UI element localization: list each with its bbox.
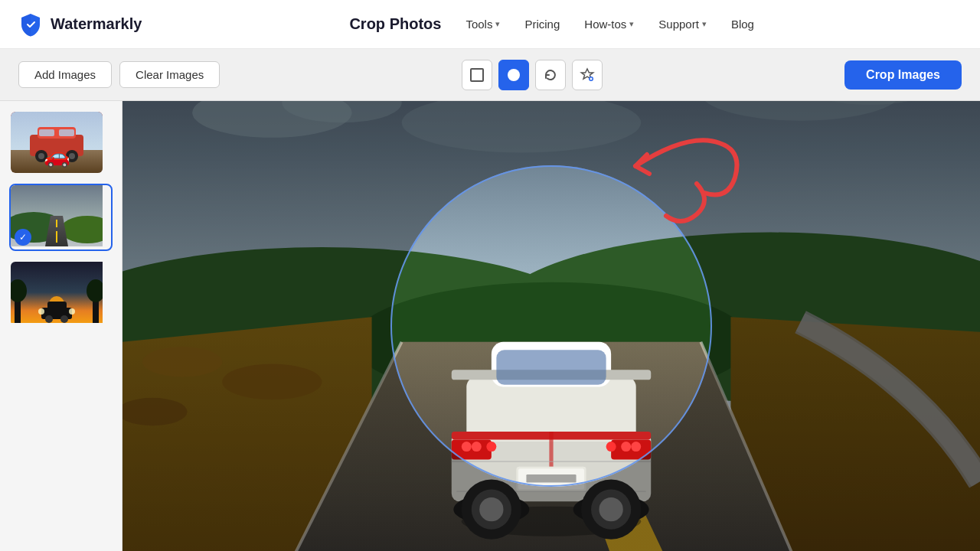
clear-images-button[interactable]: Clear Images: [119, 61, 220, 88]
circle-icon: [506, 67, 521, 83]
rotate-tool[interactable]: [535, 60, 566, 90]
nav-pricing[interactable]: Pricing: [524, 18, 560, 31]
square-icon: [469, 67, 485, 83]
svg-point-60: [472, 442, 482, 452]
svg-point-29: [69, 308, 75, 315]
toolbar: Add Images Clear Images: [0, 49, 980, 101]
thumbnail-2[interactable]: ✓: [9, 184, 113, 251]
svg-point-8: [38, 153, 44, 159]
shield-icon: [18, 12, 43, 37]
navbar: Watermarkly Crop Photos Tools ▾ Pricing …: [0, 0, 980, 49]
thumbnail-image-1: [11, 112, 103, 173]
selected-check-badge: ✓: [15, 229, 31, 246]
nav-active-title: Crop Photos: [349, 15, 441, 33]
nav-support[interactable]: Support ▾: [658, 18, 707, 31]
svg-point-63: [621, 442, 631, 452]
svg-rect-67: [526, 474, 576, 482]
thumbnail-3[interactable]: [9, 260, 113, 328]
main-content: ✓: [0, 101, 980, 551]
svg-point-61: [486, 442, 496, 452]
svg-point-1: [508, 69, 520, 81]
circle-crop-tool[interactable]: [498, 60, 529, 90]
brand-name: Watermarkly: [51, 15, 142, 33]
sunset-svg: [11, 262, 103, 323]
svg-point-79: [599, 497, 623, 521]
toolbar-left: Add Images Clear Images: [18, 61, 220, 88]
thumbnail-1[interactable]: [9, 110, 113, 174]
nav-center: Crop Photos Tools ▾ Pricing How-tos ▾ Su…: [142, 15, 962, 33]
svg-rect-0: [471, 69, 483, 81]
add-images-button[interactable]: Add Images: [18, 61, 112, 88]
svg-rect-12: [59, 129, 74, 136]
tool-selector: [229, 60, 835, 90]
svg-rect-11: [39, 129, 54, 136]
nav-blog[interactable]: Blog: [731, 18, 754, 31]
crop-images-button[interactable]: Crop Images: [844, 60, 962, 90]
svg-point-59: [462, 442, 472, 452]
svg-point-27: [45, 315, 53, 323]
svg-point-64: [631, 442, 641, 452]
chevron-down-icon: ▾: [629, 19, 634, 29]
car1-svg: [11, 112, 103, 173]
svg-rect-4: [11, 150, 103, 173]
image-sidebar: ✓: [0, 101, 122, 551]
chevron-down-icon: ▾: [702, 19, 707, 29]
thumbnail-image-3: [11, 262, 111, 326]
svg-point-43: [222, 364, 322, 399]
svg-point-10: [69, 153, 75, 159]
logo-area: Watermarkly: [18, 12, 142, 37]
main-scene-svg: [122, 101, 980, 551]
svg-point-28: [60, 315, 68, 323]
svg-point-30: [38, 308, 44, 315]
rotate-icon: [543, 67, 558, 83]
canvas-area[interactable]: [122, 101, 980, 551]
svg-rect-26: [47, 302, 67, 311]
star-icon: [580, 67, 595, 83]
svg-point-62: [606, 442, 616, 452]
svg-rect-57: [452, 439, 492, 459]
svg-rect-58: [611, 439, 651, 459]
chevron-down-icon: ▾: [495, 19, 500, 29]
square-crop-tool[interactable]: [462, 60, 492, 90]
nav-tools[interactable]: Tools ▾: [466, 18, 500, 31]
svg-rect-69: [496, 350, 606, 385]
svg-point-76: [479, 497, 503, 521]
shape-crop-tool[interactable]: [572, 60, 603, 90]
svg-point-42: [142, 347, 222, 377]
nav-howtos[interactable]: How-tos ▾: [584, 18, 634, 31]
toolbar-right: Crop Images: [844, 60, 962, 90]
